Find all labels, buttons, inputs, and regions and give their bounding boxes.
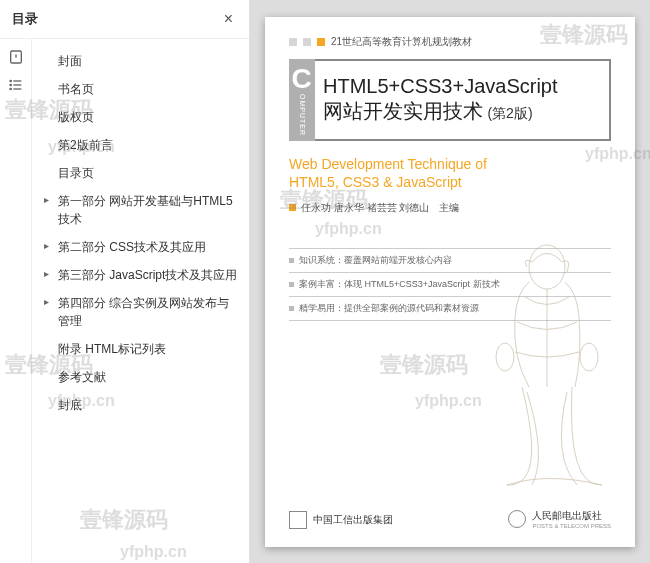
sidebar-title: 目录 bbox=[12, 10, 38, 28]
svg-point-7 bbox=[529, 245, 565, 289]
sidebar-header: 目录 × bbox=[0, 0, 249, 39]
preview-pane: 21世纪高等教育计算机规划教材 C OMPUTER HTML5+CSS3+Jav… bbox=[250, 0, 650, 563]
tab-text: OMPUTER bbox=[299, 94, 306, 136]
toc-list: 封面 书名页 版权页 第2版前言 目录页 第一部分 网站开发基础与HTML5技术… bbox=[32, 39, 249, 563]
toc-item-cover[interactable]: 封面 bbox=[40, 47, 245, 75]
toc-item-backcover[interactable]: 封底 bbox=[40, 391, 245, 419]
series-bar: 21世纪高等教育计算机规划教材 bbox=[289, 35, 611, 49]
cover-illustration bbox=[457, 237, 617, 487]
toc-item-part1[interactable]: 第一部分 网站开发基础与HTML5技术 bbox=[40, 187, 245, 233]
series-square-icon bbox=[317, 38, 325, 46]
svg-point-9 bbox=[580, 343, 598, 371]
title-frame: C OMPUTER HTML5+CSS3+JavaScript 网站开发实用技术… bbox=[289, 59, 611, 141]
toc-item-references[interactable]: 参考文献 bbox=[40, 363, 245, 391]
bullet-square-icon bbox=[289, 204, 296, 211]
series-square-icon bbox=[289, 38, 297, 46]
series-square-icon bbox=[303, 38, 311, 46]
subtitle-line1: Web Development Technique of bbox=[289, 155, 611, 173]
bullet-icon bbox=[289, 258, 294, 263]
toc-item-titlepage[interactable]: 书名页 bbox=[40, 75, 245, 103]
toc-sidebar: 目录 × 封面 书名页 版权页 第2版前言 目录页 第一部分 网站开发基础与HT… bbox=[0, 0, 250, 563]
edition-label: (第2版) bbox=[487, 105, 532, 121]
subtitle-line2: HTML5, CSS3 & JavaScript bbox=[289, 173, 611, 191]
close-icon[interactable]: × bbox=[220, 8, 237, 30]
sidebar-tool-strip bbox=[0, 39, 32, 563]
toc-item-appendix[interactable]: 附录 HTML标记列表 bbox=[40, 335, 245, 363]
toc-item-contents[interactable]: 目录页 bbox=[40, 159, 245, 187]
svg-point-6 bbox=[10, 88, 11, 89]
publishers-row: 中国工信出版集团 人民邮电出版社 POSTS & TELECOM PRESS bbox=[289, 509, 611, 529]
publisher-right-name: 人民邮电出版社 bbox=[532, 509, 611, 523]
outline-icon[interactable] bbox=[8, 77, 24, 93]
authors-text: 任永功 唐永华 褚芸芸 刘德山 主编 bbox=[301, 201, 459, 215]
computer-tab: C OMPUTER bbox=[289, 59, 315, 141]
toc-item-copyright[interactable]: 版权页 bbox=[40, 103, 245, 131]
toc-item-part2[interactable]: 第二部分 CSS技术及其应用 bbox=[40, 233, 245, 261]
svg-point-5 bbox=[10, 84, 11, 85]
bullet-icon bbox=[289, 306, 294, 311]
book-title-line1: HTML5+CSS3+JavaScript bbox=[323, 75, 597, 98]
bullet-3: 精学易用：提供全部案例的源代码和素材资源 bbox=[299, 302, 479, 315]
subtitle-english: Web Development Technique of HTML5, CSS3… bbox=[289, 155, 611, 191]
tab-letter: C bbox=[291, 65, 312, 93]
book-title-line2: 网站开发实用技术 bbox=[323, 100, 483, 122]
authors-line: 任永功 唐永华 褚芸芸 刘德山 主编 bbox=[289, 201, 611, 215]
book-cover: 21世纪高等教育计算机规划教材 C OMPUTER HTML5+CSS3+Jav… bbox=[265, 17, 635, 547]
publisher-right: 人民邮电出版社 POSTS & TELECOM PRESS bbox=[508, 509, 611, 529]
publisher-logo-icon bbox=[508, 510, 526, 528]
publisher-left-name: 中国工信出版集团 bbox=[313, 513, 393, 527]
toc-item-part4[interactable]: 第四部分 综合实例及网站发布与管理 bbox=[40, 289, 245, 335]
svg-point-8 bbox=[496, 343, 514, 371]
toc-item-preface[interactable]: 第2版前言 bbox=[40, 131, 245, 159]
publisher-left: 中国工信出版集团 bbox=[289, 511, 393, 529]
svg-point-4 bbox=[10, 80, 11, 81]
series-label: 21世纪高等教育计算机规划教材 bbox=[331, 35, 472, 49]
bookmark-icon[interactable] bbox=[8, 49, 24, 65]
toc-item-part3[interactable]: 第三部分 JavaScript技术及其应用 bbox=[40, 261, 245, 289]
publisher-logo-icon bbox=[289, 511, 307, 529]
publisher-right-sub: POSTS & TELECOM PRESS bbox=[532, 523, 611, 529]
bullet-1: 知识系统：覆盖网站前端开发核心内容 bbox=[299, 254, 452, 267]
bullet-icon bbox=[289, 282, 294, 287]
